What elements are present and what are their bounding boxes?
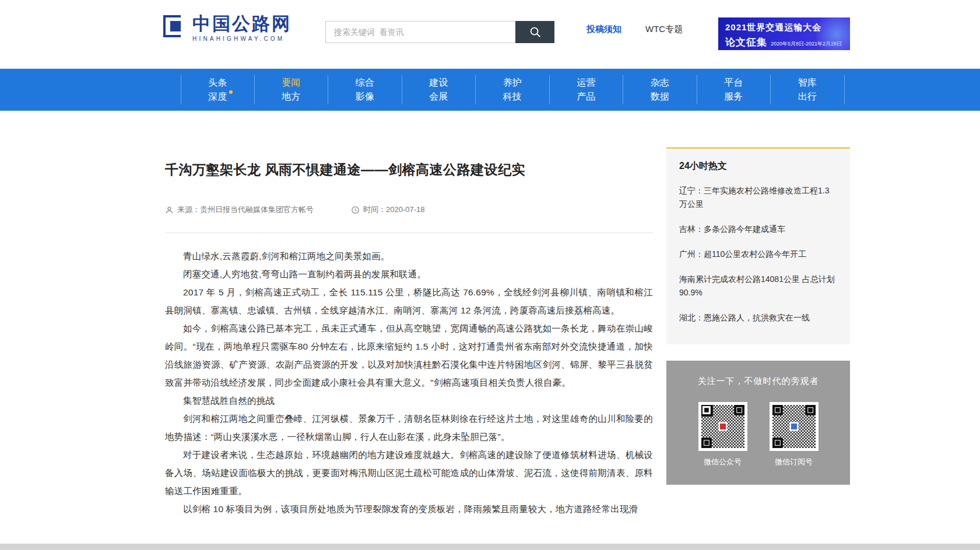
article-body: 青山绿水,云蒸霞蔚,剑河和榕江两地之间美景如画。 闭塞交通,人穷地贫,弯弯山路一…: [165, 247, 653, 518]
next-section-edge: [0, 544, 980, 550]
nav-group-maintenance: 养护 科技: [476, 75, 550, 104]
article-paragraph: 集智慧战胜自然的挑战: [165, 392, 653, 410]
sidebar: 24小时热文 辽宁：三年实施农村公路维修改造工程1.3万公里 吉林：多条公路今年…: [666, 147, 850, 485]
article-paragraph: 对于建设者来说，生态越原始，环境越幽闭的地方建设难度就越大。剑榕高速的建设除了便…: [165, 446, 653, 500]
qr-label-official: 微信公众号: [698, 457, 747, 467]
nav-group-headlines: 头条 深度: [181, 75, 255, 104]
search-input[interactable]: [325, 21, 515, 43]
hot-list-item[interactable]: 吉林：多条公路今年建成通车: [679, 223, 837, 236]
search-button[interactable]: [515, 21, 554, 43]
nav-group-news: 要闻 地方: [255, 75, 329, 104]
article-paragraph: 2017 年 5 月，剑榕高速正式动工，全长 115.115 公里，桥隧比高达 …: [165, 283, 653, 319]
article-paragraph: 如今，剑榕高速公路已基本完工，虽未正式通车，但从高空眺望，宽阔通畅的高速公路犹如…: [165, 319, 653, 392]
main-nav: 头条 深度 要闻 地方 综合 影像 建设 会展 养护 科技 运营 产品 杂志 数…: [0, 69, 980, 111]
nav-item-technology[interactable]: 科技: [503, 90, 522, 104]
search-icon: [529, 26, 542, 38]
divider: [165, 232, 653, 233]
nav-item-platform[interactable]: 平台: [724, 76, 743, 90]
submit-notice-link[interactable]: 投稿须知: [586, 24, 621, 35]
logo-icon: [163, 14, 188, 40]
logo-subtitle: HINAHIGHWAY.COM: [192, 36, 291, 42]
nav-group-magazine: 杂志 数据: [623, 75, 697, 104]
nav-item-important-news[interactable]: 要闻: [282, 76, 300, 90]
hot-list-item[interactable]: 广州：超110公里农村公路今年开工: [679, 248, 837, 261]
nav-item-media[interactable]: 影像: [356, 90, 374, 104]
article-paragraph: 以剑榕 10 标项目为例，该项目所处地质为节理裂隙发育的变质板岩，降雨频繁且雨量…: [165, 500, 653, 518]
conference-banner[interactable]: 2021世界交通运输大会 论文征集 2020年5月8日-2021年2月28日: [718, 17, 850, 50]
article-paragraph: 剑河和榕江两地之间重峦叠嶂、江河纵横、景象万千，清朝名臣林则徐在行经这片土地，对…: [165, 410, 653, 446]
hot-list-item[interactable]: 海南累计完成农村公路14081公里 占总计划90.9%: [679, 273, 837, 299]
qr-code-image: [701, 405, 744, 448]
nav-item-maintenance[interactable]: 养护: [503, 76, 522, 90]
hot-articles-box: 24小时热文 辽宁：三年实施农村公路维修改造工程1.3万公里 吉林：多条公路今年…: [666, 147, 850, 344]
qr-label-subscription: 微信订阅号: [770, 457, 819, 467]
banner-date: 2020年5月8日-2021年2月28日: [771, 40, 842, 48]
wechat-follow-box: 关注一下，不做时代的旁观者: [666, 361, 850, 485]
article: 千沟万壑架长龙 风雨不惧建通途——剑榕高速公路建设纪实 来源：贵州日报当代融媒体…: [165, 161, 653, 518]
hot-list-item[interactable]: 辽宁：三年实施农村公路维修改造工程1.3万公里: [679, 184, 837, 211]
nav-group-operation: 运营 产品: [550, 75, 624, 104]
wechat-official-qr-code[interactable]: [698, 402, 747, 451]
hot-list-item[interactable]: 湖北：恩施公路人，抗洪救灾在一线: [679, 311, 837, 325]
nav-item-magazine[interactable]: 杂志: [651, 76, 669, 90]
nav-group-comprehensive: 综合 影像: [328, 75, 402, 104]
nav-group-platform: 平台 服务: [697, 75, 771, 104]
new-dot-icon: [229, 90, 233, 94]
article-time: 时间：2020-07-18: [351, 205, 425, 215]
wtc-topic-link[interactable]: WTC专题: [645, 24, 683, 35]
search-bar: [325, 21, 554, 43]
nav-item-operation[interactable]: 运营: [577, 76, 595, 90]
article-paragraph: 闭塞交通,人穷地贫,弯弯山路一直制约着两县的发展和联通。: [165, 265, 653, 283]
article-source: 来源：贵州日报当代融媒体集团官方帐号: [165, 205, 314, 215]
nav-group-construction: 建设 会展: [402, 75, 476, 104]
site-logo[interactable]: 中国公路网 HINAHIGHWAY.COM: [163, 14, 291, 42]
nav-item-travel[interactable]: 出行: [798, 90, 817, 104]
banner-subtitle: 论文征集: [725, 36, 767, 49]
article-paragraph: 青山绿水,云蒸霞蔚,剑河和榕江两地之间美景如画。: [165, 247, 653, 265]
nav-item-regional[interactable]: 地方: [282, 90, 300, 104]
author-icon: [165, 206, 174, 214]
nav-item-data[interactable]: 数据: [651, 90, 669, 104]
nav-item-headlines[interactable]: 头条: [208, 76, 227, 90]
nav-item-services[interactable]: 服务: [724, 90, 743, 104]
banner-title: 2021世界交通运输大会: [725, 22, 844, 33]
wechat-subscription-qr-code[interactable]: [770, 402, 819, 451]
article-source-text: 来源：贵州日报当代融媒体集团官方帐号: [177, 205, 314, 215]
clock-icon: [351, 206, 360, 214]
site-header: 中国公路网 HINAHIGHWAY.COM 投稿须知 WTC专题 2021世界交…: [0, 0, 980, 69]
hot-articles-title: 24小时热文: [679, 160, 837, 172]
nav-item-comprehensive[interactable]: 综合: [356, 76, 374, 90]
nav-item-products[interactable]: 产品: [577, 90, 595, 104]
follow-title: 关注一下，不做时代的旁观者: [677, 376, 840, 387]
qr-code-image: [772, 405, 816, 448]
logo-title: 中国公路网: [192, 14, 291, 34]
nav-item-depth[interactable]: 深度: [208, 90, 227, 104]
article-meta: 来源：贵州日报当代融媒体集团官方帐号 时间：2020-07-18: [165, 205, 653, 215]
article-time-text: 时间：2020-07-18: [363, 205, 425, 215]
article-title: 千沟万壑架长龙 风雨不惧建通途——剑榕高速公路建设纪实: [165, 161, 653, 179]
nav-item-expo[interactable]: 会展: [429, 90, 448, 104]
nav-item-thinktank[interactable]: 智库: [798, 76, 817, 90]
nav-group-thinktank: 智库 出行: [771, 75, 845, 104]
nav-item-construction[interactable]: 建设: [429, 76, 448, 90]
